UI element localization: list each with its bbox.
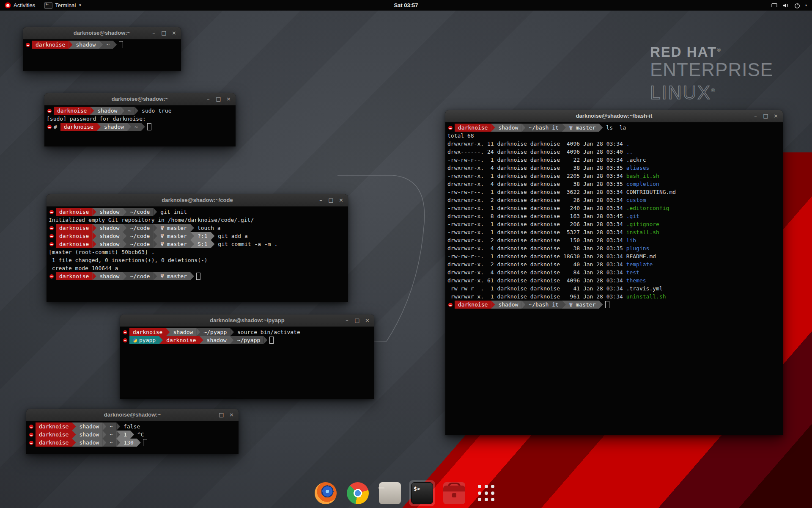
prompt-segment-git: Ψ master (157, 232, 190, 240)
dock-item-toolbox[interactable] (441, 480, 467, 506)
terminal-content[interactable]: darknoiseshadow~/bash-itΨ master ls -lat… (445, 122, 783, 437)
prompt-segment-code: 130 (120, 439, 137, 447)
powerline-arrow (521, 301, 525, 309)
powerline-arrow (159, 336, 163, 344)
terminal-line: darknoiseshadow~/code git init (47, 208, 348, 216)
terminal-text: ls -la (603, 124, 626, 131)
terminal-text: git add a (215, 233, 248, 239)
activities-button[interactable]: Activities (0, 0, 40, 11)
minimize-button[interactable]: – (204, 95, 212, 103)
window-titlebar[interactable]: darknoise@shadow:~ – □ × (26, 409, 239, 421)
powerline-arrow (190, 224, 194, 232)
dock-item-app-grid[interactable] (473, 480, 499, 506)
prompt-segment-path: ~/pyapp (200, 328, 230, 336)
powerline-arrow (102, 439, 106, 447)
prompt-segment-user: darknoise (36, 422, 72, 431)
prompt-segment-git: Ψ master (157, 240, 190, 248)
powerline-arrow (263, 336, 267, 344)
dock-item-terminal[interactable]: $> (409, 480, 435, 506)
system-tray[interactable]: ▾ (766, 0, 812, 11)
powerline-arrow (72, 439, 76, 447)
terminal-cursor (196, 273, 200, 280)
terminal-text: .gitignore (626, 221, 659, 227)
clock[interactable]: Sat 03:57 (390, 0, 422, 11)
terminal-line: darknoiseshadow~ (23, 41, 181, 49)
minimize-button[interactable]: – (317, 196, 325, 204)
terminal-content[interactable]: darknoiseshadow~/code git initInitialize… (47, 207, 348, 304)
terminal-text: .travis.yml (626, 285, 663, 292)
terminal-text: create mode 100644 a (49, 265, 118, 271)
terminal-line: darknoiseshadow~/pyapp source bin/activa… (120, 328, 374, 336)
prompt-segment-host: shadow (170, 328, 196, 336)
prompt-segment-user: darknoise (163, 336, 199, 344)
powerline-arrow (153, 208, 157, 216)
prompt-segment-user: darknoise (129, 328, 166, 336)
activities-label: Activities (14, 2, 35, 8)
chevron-down-icon: ▾ (805, 4, 807, 7)
prompt-segment-path: ~/bash-it (525, 301, 562, 309)
terminal-line: -rwxrwxr-x. 1 darknoise darknoise 961 Ja… (445, 293, 783, 301)
maximize-button[interactable]: □ (353, 317, 361, 325)
prompt-segment-path: ~ (106, 431, 116, 439)
powerline-arrow (230, 328, 234, 336)
terminal-cursor (147, 123, 151, 130)
terminal-window-home-2: darknoise@shadow:~ – □ × darknoiseshadow… (26, 409, 239, 454)
window-titlebar[interactable]: darknoise@shadow:~ – □ × (44, 93, 236, 105)
terminal-line: -rw-rw-r--. 1 darknoise darknoise 3622 J… (445, 188, 783, 196)
terminal-text: false (120, 423, 140, 430)
terminal-content[interactable]: darknoiseshadow~ falsedarknoiseshadow~1 … (26, 421, 239, 456)
prompt-segment-user: darknoise (32, 41, 69, 49)
close-button[interactable]: × (772, 112, 780, 120)
terminal-icon: $> (44, 2, 52, 9)
maximize-button[interactable]: □ (762, 112, 770, 120)
powerline-arrow (127, 123, 131, 131)
close-button[interactable]: × (363, 317, 371, 325)
terminal-window-bashit: darknoise@shadow:~/bash-it – □ × darknoi… (445, 110, 783, 435)
minimize-button[interactable]: – (150, 29, 158, 37)
minimize-button[interactable]: – (207, 411, 215, 419)
maximize-button[interactable]: □ (160, 29, 168, 37)
maximize-button[interactable]: □ (327, 196, 335, 204)
terminal-text: uninstall.sh (626, 293, 666, 300)
powerline-arrow (123, 232, 126, 240)
dock-item-firefox[interactable] (313, 480, 339, 506)
terminal-text: git init (157, 209, 187, 215)
close-button[interactable]: × (170, 29, 178, 37)
terminal-content[interactable]: darknoiseshadow~ (23, 39, 181, 72)
close-button[interactable]: × (228, 411, 236, 419)
powerline-arrow (116, 431, 120, 439)
dock-item-files[interactable] (377, 480, 403, 506)
dock-item-chrome[interactable] (345, 480, 371, 506)
minimize-button[interactable]: – (752, 112, 760, 120)
prompt-segment-user: darknoise (56, 208, 92, 216)
window-titlebar[interactable]: darknoise@shadow:~/code – □ × (47, 194, 348, 207)
prompt-segment-user: darknoise (36, 431, 72, 439)
terminal-text: template (626, 261, 653, 268)
close-button[interactable]: × (225, 95, 233, 103)
terminal-content[interactable]: darknoiseshadow~ sudo true[sudo] passwor… (44, 105, 236, 148)
maximize-button[interactable]: □ (214, 95, 222, 103)
chevron-down-icon: ▼ (78, 4, 82, 7)
redhat-prompt-icon (49, 234, 54, 238)
terminal-line: -rw-rw-r--. 1 darknoise darknoise 41 Jan… (445, 284, 783, 293)
minimize-button[interactable]: – (343, 317, 351, 325)
prompt-segment-host: shadow (101, 123, 127, 131)
prompt-segment-stat: ?:1 (194, 232, 211, 240)
redhat-prompt-icon (29, 433, 33, 437)
maximize-button[interactable]: □ (217, 411, 225, 419)
prompt-segment-git: Ψ master (566, 124, 599, 132)
terminal-line: darknoiseshadow~ false (26, 422, 239, 431)
terminal-text: aliases (626, 165, 650, 171)
close-button[interactable]: × (337, 196, 345, 204)
powerline-arrow (123, 240, 126, 248)
terminal-line: drwx------. 24 darknoise darknoise 4096 … (445, 148, 783, 156)
terminal-line: darknoiseshadow~/bash-itΨ master ls -la (445, 124, 783, 132)
terminal-text: sudo true (138, 108, 171, 114)
redhat-prompt-icon (123, 338, 127, 342)
window-titlebar[interactable]: darknoise@shadow:~/bash-it – □ × (445, 110, 783, 122)
top-bar: Activities $> Terminal ▼ Sat 03:57 (0, 0, 812, 11)
window-titlebar[interactable]: darknoise@shadow:~/pyapp – □ × (120, 315, 374, 327)
window-titlebar[interactable]: darknoise@shadow:~ – □ × (23, 27, 181, 39)
terminal-content[interactable]: darknoiseshadow~/pyapp source bin/activa… (120, 327, 374, 401)
app-menu-terminal[interactable]: $> Terminal ▼ (40, 0, 86, 11)
